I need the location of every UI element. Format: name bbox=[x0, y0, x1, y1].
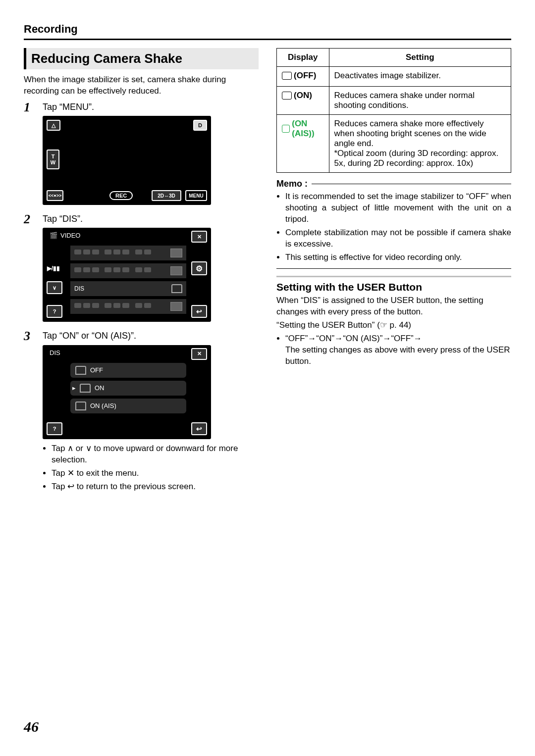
list-item: “OFF”→“ON”→“ON (AIS)”→“OFF”→ The setting… bbox=[285, 333, 511, 367]
parallax-icon[interactable]: △ bbox=[47, 120, 60, 131]
down-icon[interactable]: ∨ bbox=[47, 281, 62, 294]
user-button-ref: “Setting the USER Button” (☞ p. 44) bbox=[276, 320, 511, 331]
dis-on-icon bbox=[282, 92, 292, 100]
help-icon[interactable]: ? bbox=[47, 422, 62, 435]
table-row: (ON) Reduces camera shake under normal s… bbox=[277, 87, 511, 115]
gear-icon[interactable]: ⚙ bbox=[191, 261, 207, 275]
dis-off-icon bbox=[75, 366, 86, 375]
menu-item-row[interactable] bbox=[70, 263, 186, 278]
memo-heading: Memo : bbox=[276, 179, 511, 189]
video-mode-icon: 🎬 bbox=[50, 232, 57, 239]
zoom-t-label: T bbox=[52, 153, 55, 159]
menu-item-row[interactable] bbox=[70, 246, 186, 260]
zoom-w-label: W bbox=[51, 159, 55, 165]
menu-button[interactable]: MENU bbox=[185, 190, 207, 201]
dis-ais-icon bbox=[282, 125, 290, 133]
playpause-icon[interactable]: ▶/▮▮ bbox=[47, 263, 60, 273]
table-row: (ON (AIS)) Reduces camera shake more eff… bbox=[277, 115, 511, 173]
menu-title: 🎬 VIDEO bbox=[50, 232, 80, 239]
page-number: 46 bbox=[24, 718, 39, 735]
menu-title: DIS bbox=[50, 349, 60, 356]
step-text: Tap “DIS”. bbox=[43, 213, 259, 225]
step-number: 3 bbox=[24, 330, 35, 494]
list-item: Tap ✕ to exit the menu. bbox=[52, 468, 259, 479]
step-number: 2 bbox=[24, 213, 35, 326]
back-icon[interactable]: ↩ bbox=[191, 422, 207, 435]
close-icon[interactable]: ✕ bbox=[191, 348, 207, 360]
section-heading: Reducing Camera Shake bbox=[24, 48, 259, 69]
list-item: Complete stabilization may not be possib… bbox=[285, 227, 511, 250]
intro-text: When the image stabilizer is set, camera… bbox=[24, 74, 259, 97]
step-notes: Tap ∧ or ∨ to move upward or downward fo… bbox=[43, 443, 259, 493]
step-number: 1 bbox=[24, 101, 35, 209]
dis-ais-icon bbox=[75, 402, 86, 410]
user-button-cycle: “OFF”→“ON”→“ON (AIS)”→“OFF”→ The setting… bbox=[276, 333, 511, 367]
help-icon[interactable]: ? bbox=[47, 305, 62, 318]
list-item: Tap ↩ to return to the previous screen. bbox=[52, 481, 259, 493]
lcd-screen-dis-menu: DIS ✕ ↩ ? OFF ▸ON ON (AIS) bbox=[43, 345, 211, 439]
chapter-title: Recording bbox=[24, 23, 511, 40]
option-off[interactable]: OFF bbox=[70, 363, 186, 378]
back-icon[interactable]: ↩ bbox=[191, 305, 207, 318]
dis-icon bbox=[171, 284, 182, 293]
option-on[interactable]: ▸ON bbox=[70, 381, 186, 396]
list-item: Tap ∧ or ∨ to move upward or downward fo… bbox=[52, 443, 259, 466]
menu-item-dis[interactable]: DIS bbox=[70, 281, 186, 296]
lcd-screen-video-menu: 🎬 VIDEO ✕ ⚙ ↩ ▶/▮▮ ∨ ? DIS bbox=[43, 228, 211, 322]
zoom-control[interactable]: T W bbox=[47, 150, 59, 169]
step-text: Tap “MENU”. bbox=[43, 101, 259, 113]
slot-icon[interactable]: D bbox=[193, 120, 207, 131]
step-text: Tap “ON” or “ON (AIS)”. bbox=[43, 330, 259, 342]
menu-item-row[interactable] bbox=[70, 299, 186, 314]
step-3: 3 Tap “ON” or “ON (AIS)”. DIS ✕ ↩ ? OFF … bbox=[24, 330, 259, 494]
close-icon[interactable]: ✕ bbox=[191, 231, 207, 243]
user-button-heading: Setting with the USER Button bbox=[276, 281, 511, 293]
dis-on-icon bbox=[80, 384, 91, 393]
list-item: This setting is effective for video reco… bbox=[285, 252, 511, 263]
table-header-display: Display bbox=[277, 49, 329, 67]
user-button-para: When “DIS” is assigned to the USER butto… bbox=[276, 295, 511, 318]
step-2: 2 Tap “DIS”. 🎬 VIDEO ✕ ⚙ ↩ ▶/▮▮ ∨ ? bbox=[24, 213, 259, 326]
table-header-setting: Setting bbox=[329, 49, 511, 67]
2d3d-button[interactable]: 2D↔3D bbox=[152, 190, 181, 201]
settings-table: Display Setting (OFF) Deactivates image … bbox=[276, 48, 511, 173]
option-on-ais[interactable]: ON (AIS) bbox=[70, 399, 186, 413]
step-1: 1 Tap “MENU”. △ D T W <<●>> REC 2D↔3D ME… bbox=[24, 101, 259, 209]
list-item: It is recommended to set the image stabi… bbox=[285, 191, 511, 225]
table-row: (OFF) Deactivates image stabilizer. bbox=[277, 67, 511, 87]
memo-list: It is recommended to set the image stabi… bbox=[276, 191, 511, 263]
lcd-screen-rec: △ D T W <<●>> REC 2D↔3D MENU bbox=[43, 116, 211, 205]
setting-cell: Reduces camera shake more effectively wh… bbox=[329, 115, 511, 173]
rec-button[interactable]: REC bbox=[109, 191, 133, 200]
shutter-icon[interactable]: <<●>> bbox=[47, 190, 63, 201]
dis-off-icon bbox=[282, 72, 292, 80]
